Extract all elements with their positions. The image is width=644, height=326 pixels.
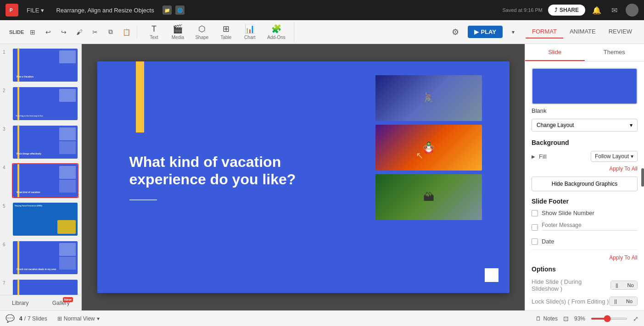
slide-thumbnail-6[interactable]: 6 Check out vacation deals in my area [3, 240, 78, 275]
footer-message-checkbox[interactable] [532, 224, 538, 231]
settings-icon[interactable]: ⚙ [448, 25, 462, 39]
paste-button[interactable]: 📋 [119, 25, 133, 39]
show-slide-number-checkbox[interactable] [532, 210, 538, 216]
text-button[interactable]: T Text [143, 22, 165, 42]
tab-themes[interactable]: Themes [585, 44, 644, 61]
tab-review[interactable]: REVIEW [602, 25, 638, 39]
media-button[interactable]: 🎬 Media [167, 22, 189, 42]
fill-layout-dropdown[interactable]: Follow Layout ▾ [591, 151, 638, 162]
file-menu-button[interactable]: FILE ▾ [23, 5, 48, 16]
play-triangle-icon: ▶ [474, 28, 479, 35]
hiking-image[interactable]: 🏔 [375, 174, 482, 220]
slide-panel: 1 Plan a Vacation 2 Traveling is th [0, 44, 82, 310]
slide-thumbnail-3[interactable]: 3 Pack things effectively [3, 125, 78, 160]
slide-canvas: What kind of vacation experience do you … [97, 61, 510, 293]
play-dropdown-icon[interactable]: ▾ [506, 25, 520, 39]
fit-to-screen-icon[interactable]: ⊡ [563, 315, 569, 322]
gallery-button[interactable]: Gallery New [41, 296, 82, 310]
footer-message-input[interactable] [542, 220, 638, 231]
cycling-image[interactable]: 🚴 [375, 75, 482, 121]
undo-button[interactable]: ↩ [41, 25, 55, 39]
lock-slide-toggle[interactable]: || No [609, 297, 638, 306]
share-icon: ⤴ [554, 7, 557, 13]
blank-label: Blank [532, 107, 638, 114]
zoom-slider[interactable] [591, 318, 627, 320]
saved-status: Saved at 9:16 PM [503, 7, 543, 13]
redo-button[interactable]: ↪ [57, 25, 71, 39]
slide-images-column: 🚴 🪆 🏔 [375, 75, 482, 220]
dropdown-chevron-icon: ▾ [630, 122, 633, 128]
slide-section: SLIDE ⊞ ↩ ↪ 🖌 ✂ ⧉ 📋 [6, 25, 137, 39]
view-selector[interactable]: ⊞ Normal View ▾ [57, 315, 100, 322]
slide-thumbnail-2[interactable]: 2 Traveling is the best way to live [3, 86, 78, 121]
cut-button[interactable]: ✂ [88, 25, 102, 39]
chat-icon[interactable]: 💬 [6, 314, 15, 323]
shape-icon: ⬡ [198, 24, 206, 34]
right-panel: Slide Themes Blank Change Layout ▾ Backg… [525, 44, 644, 310]
statues-image[interactable]: 🪆 [375, 125, 482, 171]
hide-slide-toggle[interactable]: || No [610, 281, 638, 290]
library-button[interactable]: Library [0, 296, 41, 310]
apply-to-all-link-2[interactable]: Apply To All [532, 254, 638, 261]
main-area: 1 Plan a Vacation 2 Traveling is th [0, 44, 644, 310]
apply-to-all-link-1[interactable]: Apply To All [532, 166, 638, 172]
options-title: Options [532, 265, 638, 273]
toggle-no-option[interactable]: No [623, 281, 638, 289]
show-slide-number-label: Show Slide Number [542, 210, 594, 216]
format-paint-button[interactable]: 🖌 [73, 25, 86, 39]
zoom-expand-icon[interactable]: ⤢ [633, 315, 638, 322]
notes-label: Notes [543, 315, 558, 322]
slide-thumbnail-1[interactable]: 1 Plan a Vacation [3, 48, 78, 83]
globe-icon[interactable]: 🌐 [175, 6, 185, 15]
messages-icon[interactable]: ✉ [608, 4, 620, 16]
slide-main-heading: What kind of vacation experience do you … [129, 153, 313, 188]
slide-thumbnail-5[interactable]: 5 Staying Travel Insurance (2025) [3, 202, 78, 237]
hide-background-graphics-button[interactable]: Hide Background Graphics [532, 177, 638, 191]
view-grid-icon: ⊞ [57, 315, 62, 322]
slide-layout-preview [532, 68, 638, 105]
tab-slide[interactable]: Slide [525, 44, 585, 61]
panel-bottom-tabs: Library Gallery New [0, 295, 82, 310]
chart-button[interactable]: 📊 Chart [239, 22, 261, 42]
notifications-icon[interactable]: 🔔 [591, 4, 603, 16]
right-panel-body: Blank Change Layout ▾ Background ▶ Fill … [525, 61, 644, 310]
canvas-area[interactable]: What kind of vacation experience do you … [82, 44, 525, 310]
change-layout-button[interactable]: Change Layout ▾ [532, 119, 638, 132]
slide-counter: 4 / 7 Slides [19, 315, 47, 322]
main-toolbar: SLIDE ⊞ ↩ ↪ 🖌 ✂ ⧉ 📋 T Text 🎬 Media ⬡ Sha… [0, 20, 644, 44]
table-icon: ⊞ [223, 24, 230, 34]
addons-icon: 🧩 [271, 24, 281, 34]
date-label: Date [542, 238, 554, 245]
toggle-off-option[interactable]: || [611, 281, 623, 289]
play-button[interactable]: ▶ PLAY [468, 26, 502, 38]
copy-button[interactable]: ⧉ [104, 25, 118, 39]
background-section-title: Background [532, 139, 638, 146]
lock-toggle-off-option[interactable]: || [610, 297, 622, 305]
show-slide-number-row: Show Slide Number [532, 210, 638, 216]
slide-thumbnail-4[interactable]: 4 What kind of vacation [3, 163, 78, 198]
chart-icon: 📊 [245, 24, 255, 34]
new-badge: New [63, 297, 73, 302]
grid-view-button[interactable]: ⊞ [26, 25, 39, 39]
table-button[interactable]: ⊞ Table [215, 22, 237, 42]
lock-toggle-no-option[interactable]: No [622, 297, 637, 305]
share-button[interactable]: ⤴ SHARE [548, 5, 585, 16]
folder-icon[interactable]: 📁 [162, 6, 172, 15]
date-checkbox[interactable] [532, 238, 538, 245]
shape-button[interactable]: ⬡ Shape [190, 22, 213, 42]
format-tabs: FORMAT ANIMATE REVIEW [526, 25, 638, 39]
right-panel-tabs: Slide Themes [525, 44, 644, 61]
date-row: Date [532, 238, 638, 245]
addons-button[interactable]: 🧩 Add-Ons [263, 22, 290, 42]
tab-animate[interactable]: ANIMATE [563, 25, 602, 39]
slide-text-content[interactable]: What kind of vacation experience do you … [129, 153, 313, 200]
fill-expand-icon[interactable]: ▶ [532, 154, 535, 159]
hide-slide-label: Hide Slide ( During Slideshow ) [532, 278, 610, 292]
notes-button[interactable]: 🗒 Notes [536, 315, 558, 322]
user-avatar[interactable] [626, 4, 638, 17]
top-bar: P FILE ▾ Rearrange, Align and Resize Obj… [0, 0, 644, 20]
tab-format[interactable]: FORMAT [526, 25, 563, 39]
white-square-element[interactable] [485, 268, 498, 282]
insert-section: T Text 🎬 Media ⬡ Shape ⊞ Table 📊 Chart 🧩… [139, 22, 294, 42]
top-bar-right: Saved at 9:16 PM ⤴ SHARE 🔔 ✉ [503, 4, 638, 17]
